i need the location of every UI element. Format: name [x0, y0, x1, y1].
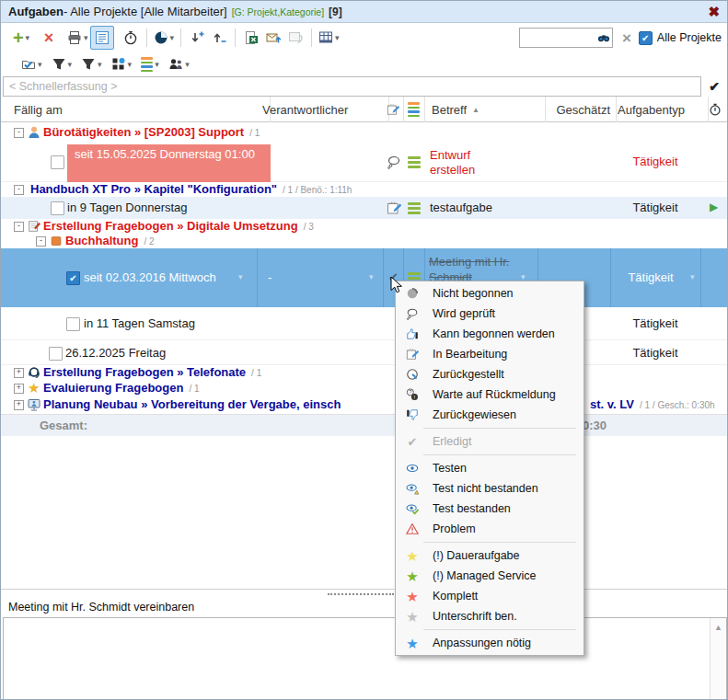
column-header-owner[interactable]: Verantwortlicher [257, 97, 389, 122]
menu-item-unterschrift-ben[interactable]: Unterschrift ben. [396, 606, 584, 626]
column-header-subject[interactable]: Betreff [424, 97, 546, 122]
headset-icon [28, 366, 40, 379]
menu-item-nicht-begonnen[interactable]: Nicht begonnen [396, 283, 584, 304]
quick-entry-input[interactable] [3, 76, 701, 97]
move-up-button[interactable] [208, 27, 230, 49]
expand-icon[interactable] [14, 400, 24, 410]
task-row[interactable]: 26.12.2025 Freitag Tätigkeit [1, 340, 727, 365]
menu-item-wird-geprueft[interactable]: Wird geprüft [396, 304, 584, 324]
expand-icon[interactable] [14, 384, 24, 394]
status-context-menu: Nicht begonnen Wird geprüft Kann begonne… [395, 281, 584, 656]
move-down-button[interactable] [186, 27, 208, 49]
search-input[interactable] [520, 31, 597, 44]
group-label: Evaluierung Fragebogen/ 1 [43, 381, 200, 395]
confirm-check-icon[interactable] [709, 79, 720, 94]
pie-chart-icon [154, 30, 168, 45]
column-header-due[interactable]: Fällig am [1, 97, 271, 122]
group-row[interactable]: Evaluierung Fragebogen/ 1 [1, 381, 727, 396]
collapse-icon[interactable] [14, 222, 24, 232]
chart-button[interactable] [152, 27, 177, 49]
excel-icon [244, 30, 259, 45]
filter-2-button[interactable] [79, 53, 104, 75]
column-header-status[interactable] [383, 97, 404, 122]
star-yellow-icon [401, 549, 423, 563]
menu-item-komplett[interactable]: Komplett [396, 586, 584, 606]
chevron-down-icon[interactable] [690, 272, 695, 281]
mail-icon [266, 30, 281, 45]
menu-item-warte-auf-rueckmeldung[interactable]: ?! Warte auf Rückmeldung [396, 384, 584, 405]
monitor-icon [27, 397, 41, 412]
task-checkbox[interactable] [51, 155, 64, 169]
chevron-down-icon[interactable] [369, 272, 374, 281]
form-icon [28, 220, 40, 233]
menu-item-in-bearbeitung[interactable]: In Bearbeitung [396, 344, 584, 364]
menu-item-erledigt[interactable]: Erledigt [396, 431, 584, 452]
group-row[interactable]: Handbuch XT Pro » Kapitel "Konfiguration… [1, 182, 727, 197]
group-row[interactable]: Bürotätigkeiten » [SP2003] Support/ 1 [1, 122, 727, 143]
stopwatch-icon [709, 103, 722, 116]
color-lines-icon [408, 102, 420, 117]
window-title: Aufgaben [8, 5, 64, 18]
menu-item-zurueckgestellt[interactable]: Zurückgestellt [396, 364, 584, 384]
task-checkbox[interactable] [51, 201, 64, 215]
collapse-icon[interactable] [36, 236, 46, 247]
all-projects-checkbox[interactable] [639, 31, 653, 45]
filter-icon [81, 57, 96, 72]
note-textarea[interactable] [4, 618, 717, 700]
star-blue-icon [401, 637, 423, 650]
menu-item-test-nicht-bestanden[interactable]: Test nicht bestanden [396, 478, 584, 499]
menu-item-anpassungen-noetig[interactable]: Anpassungen nötig [396, 633, 584, 653]
close-icon[interactable]: ✖ [708, 5, 720, 18]
add-task-button[interactable] [10, 27, 32, 49]
task-checkbox[interactable] [66, 317, 80, 331]
group-row[interactable]: Planung Neubau » Vorbereitung der Vergab… [1, 396, 727, 414]
group-row[interactable]: Buchhaltung/ 2 [1, 234, 727, 248]
play-icon[interactable] [710, 201, 718, 213]
vertical-scrollbar[interactable] [710, 618, 726, 700]
column-header-type[interactable]: Aufgabentyp [610, 97, 709, 122]
column-header-timer[interactable] [700, 97, 728, 122]
chevron-down-icon [38, 60, 42, 69]
grouping-button[interactable] [110, 53, 134, 75]
delete-task-button[interactable] [38, 27, 60, 49]
column-header-estimated[interactable]: Geschätzt [537, 97, 617, 122]
splitter-handle[interactable] [1, 590, 727, 598]
excel-export-button[interactable] [240, 27, 262, 49]
expand-icon[interactable] [14, 368, 24, 378]
group-row[interactable]: Erstellung Fragebogen » Telefonate/ 1 [1, 365, 727, 381]
group-row[interactable]: Erstellung Fragebogen » Digitale Umsetzu… [1, 219, 727, 234]
print-button[interactable] [65, 27, 90, 49]
group-count: / 1 / Benö.: 1:11h [283, 185, 352, 195]
menu-item-managed-service[interactable]: (!) Managed Service [396, 566, 584, 586]
preview-list-button[interactable] [90, 26, 114, 50]
chevron-down-icon[interactable] [238, 272, 243, 281]
due-date-cell: 26.12.2025 Freitag [65, 346, 166, 360]
task-row-selected[interactable]: seit 02.03.2016 Mittwoch - Meeting mit H… [1, 248, 727, 307]
task-row[interactable]: seit 15.05.2025 Donnerstag 01:00 Entwurf… [1, 143, 727, 182]
table-layout-button[interactable] [317, 27, 341, 49]
clear-search-icon[interactable] [622, 30, 631, 46]
menu-item-zurueckgewiesen[interactable]: Zurückgewiesen [396, 405, 584, 425]
filter-button[interactable] [50, 53, 75, 75]
chevron-down-icon [155, 60, 159, 69]
task-checkbox[interactable] [49, 347, 63, 361]
menu-item-testen[interactable]: Testen [396, 458, 584, 478]
menu-item-daueraufgabe[interactable]: (!) Daueraufgabe [396, 545, 584, 566]
column-header-priority[interactable] [403, 97, 425, 122]
task-checkbox[interactable] [66, 271, 80, 285]
menu-item-test-bestanden[interactable]: Test bestanden [396, 499, 584, 519]
collapse-icon[interactable] [14, 185, 24, 195]
timer-button[interactable] [120, 27, 142, 49]
menu-item-problem[interactable]: Problem [396, 519, 584, 539]
filter-icon [52, 57, 66, 72]
view-select-button[interactable] [19, 53, 44, 75]
scroll-up-icon[interactable] [714, 623, 722, 632]
refresh-image-button[interactable] [284, 27, 306, 49]
menu-item-kann-begonnen-werden[interactable]: Kann begonnen werden [396, 324, 584, 344]
collapse-icon[interactable] [14, 128, 24, 138]
task-row[interactable]: in 11 Tagen Samstag Tätigkeit [1, 307, 727, 340]
assignee-button[interactable] [167, 53, 191, 75]
send-mail-button[interactable] [262, 27, 284, 49]
columns-button[interactable] [139, 53, 161, 75]
task-row[interactable]: in 9 Tagen Donnerstag testaufgabe Tätigk… [1, 197, 727, 219]
